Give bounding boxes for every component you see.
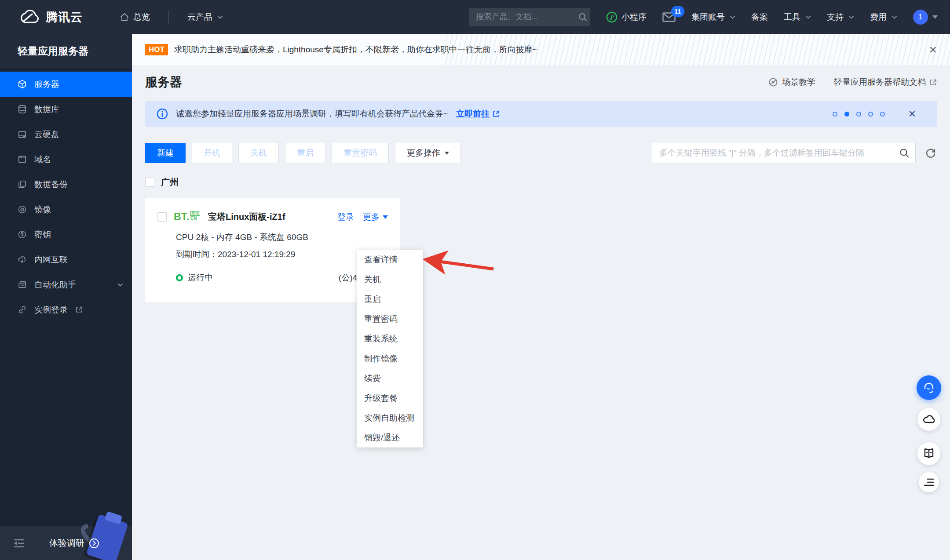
nav-group-account[interactable]: 集团账号 [691,11,735,23]
sidebar-item-instance-login[interactable]: 实例登录 [0,297,132,322]
nav-support[interactable]: 支持 [827,11,854,23]
documentation-button[interactable] [917,442,940,465]
promo-close-icon[interactable]: × [929,43,937,56]
sidebar-item-images[interactable]: 镜像 [0,197,132,222]
nav-products[interactable]: 云产品 [187,11,223,23]
server-name[interactable]: 宝塔Linux面板-iZ1f [208,211,285,223]
sidebar-item-servers[interactable]: 服务器 [0,72,132,97]
pagination-dot[interactable] [868,112,873,116]
banner-pagination [833,112,885,116]
search-icon[interactable] [578,12,588,22]
region-checkbox[interactable] [145,178,154,187]
menu-item-destroy-return[interactable]: 销毁/退还 [357,428,423,447]
server-checkbox[interactable] [157,212,167,222]
sidebar-item-label: 云硬盘 [34,129,59,140]
help-doc-link[interactable]: 轻量应用服务器帮助文档 [834,76,937,88]
menu-item-shutdown[interactable]: 关机 [357,269,423,289]
restart-button[interactable]: 重启 [285,143,325,163]
sidebar-item-database[interactable]: 数据库 [0,97,132,122]
menu-item-create-image[interactable]: 制作镜像 [357,349,423,368]
login-link[interactable]: 登录 [337,211,354,223]
nav-tools[interactable]: 工具 [784,11,811,23]
menu-item-renew[interactable]: 续费 [357,368,423,388]
nav-overview[interactable]: 总览 [120,11,150,23]
baota-logo: BT. 宝塔 CN [174,211,200,223]
notice-cta-label: 立即前往 [456,108,490,120]
pagination-dot[interactable] [856,112,861,116]
account-menu[interactable]: 1 [913,10,938,25]
pagination-dot[interactable] [880,112,885,116]
support-headset-button[interactable] [917,375,941,400]
brand-name: 腾讯云 [46,9,83,25]
sidebar-item-private-network[interactable]: 内网互联 [0,247,132,272]
region-row: 广州 [145,176,937,188]
page-header: 服务器 场景教学 轻量应用服务器帮助文档 [132,66,950,98]
more-actions-dropdown: 查看详情 关机 重启 重置密码 重装系统 制作镜像 续费 升级套餐 实例自助检测… [357,250,423,447]
backup-copies-icon [18,180,27,189]
search-icon[interactable] [899,148,910,158]
sidebar-item-cloud-disk[interactable]: 云硬盘 [0,122,132,147]
survey-label: 体验调研 [49,537,84,549]
hot-badge: HOT [145,44,168,55]
create-button[interactable]: 新建 [145,143,186,163]
refresh-icon[interactable] [924,147,937,159]
avatar-caret-icon [932,15,938,19]
notice-close-icon[interactable]: × [909,108,916,120]
cloud-alert-button[interactable] [917,408,940,431]
nav-beian[interactable]: 备案 [751,11,768,23]
running-status-icon [176,274,183,281]
home-icon [120,12,129,22]
survey-link[interactable]: 体验调研 [49,537,99,549]
external-link-icon [929,79,937,86]
sidebar-item-data-backup[interactable]: 数据备份 [0,172,132,197]
nav-messages[interactable]: 11 [662,12,676,22]
more-menu-link[interactable]: 更多 [363,211,388,223]
menu-item-reinstall-system[interactable]: 重装系统 [357,329,423,349]
baota-logo-text: BT. [174,211,190,223]
feedback-list-button[interactable] [919,472,939,492]
avatar[interactable]: 1 [913,10,928,25]
baota-logo-sup: 宝塔 [190,211,200,216]
expire-label: 到期时间： [176,250,218,259]
pagination-dot[interactable] [833,112,837,116]
nav-billing-label: 费用 [870,11,887,23]
menu-item-restart[interactable]: 重启 [357,289,423,309]
page-title: 服务器 [145,74,182,91]
miniprogram-icon [606,11,618,23]
collapse-sidebar-icon[interactable] [13,538,25,548]
pagination-dot-active[interactable] [844,112,849,116]
menu-item-view-details[interactable]: 查看详情 [357,250,423,269]
instance-filter-input[interactable] [652,143,916,163]
global-search-input[interactable] [476,12,578,22]
nav-support-label: 支持 [827,11,844,23]
instance-filter [652,143,916,163]
server-spec: CPU 2核 - 内存 4GB - 系统盘 60GB [145,232,400,243]
tencent-cloud-logo[interactable]: 腾讯云 [18,9,83,25]
chevron-down-icon [848,15,854,19]
message-count-badge: 11 [671,6,684,17]
sidebar-item-domain[interactable]: 域名 [0,147,132,172]
key-icon [18,230,27,239]
sidebar-item-ssh-keys[interactable]: 密钥 [0,222,132,247]
sidebar-title: 轻量应用服务器 [0,34,132,68]
reset-password-button[interactable]: 重置密码 [332,143,389,163]
power-off-button[interactable]: 关机 [238,143,279,163]
more-actions-button[interactable]: 更多操作 [395,143,461,163]
sidebar-item-label: 内网互联 [34,254,68,265]
browser-window-icon [18,155,27,164]
caret-down-icon [445,152,449,155]
scene-teaching-link[interactable]: 场景教学 [768,76,815,88]
global-search[interactable] [469,8,590,26]
nav-miniprogram[interactable]: 小程序 [606,11,647,23]
notice-cta-link[interactable]: 立即前往 [456,108,500,120]
nav-miniprogram-label: 小程序 [621,11,647,23]
cloud-logo-icon [18,10,40,25]
nav-billing[interactable]: 费用 [870,11,897,23]
chevron-down-icon [117,283,123,287]
sidebar-item-automation-assistant[interactable]: 自动化助手 [0,272,132,297]
menu-item-upgrade-plan[interactable]: 升级套餐 [357,388,423,408]
promo-banner-text: 求职助力主题活动重磅来袭，Lighthouse专属折扣，不限新老，助你在求职中一… [174,44,537,55]
menu-item-self-diagnosis[interactable]: 实例自助检测 [357,408,423,428]
menu-item-reset-password[interactable]: 重置密码 [357,309,423,329]
power-on-button[interactable]: 开机 [192,143,232,163]
